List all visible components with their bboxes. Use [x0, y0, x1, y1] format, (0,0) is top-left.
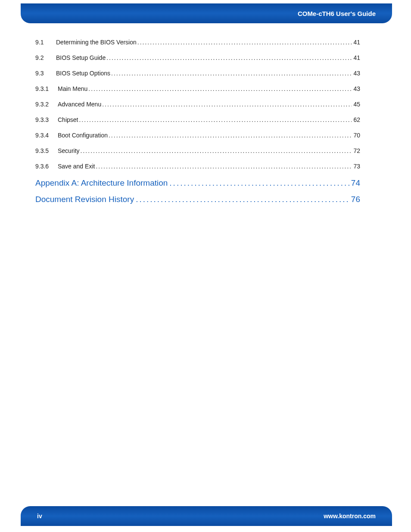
toc-entry-title: BIOS Setup Guide: [56, 54, 106, 61]
toc-entry: 9.3.5 Security 72: [35, 147, 360, 154]
page-number: iv: [37, 513, 42, 520]
toc-entry-title: Save and Exit: [58, 163, 95, 170]
toc-major-page: 76: [349, 195, 360, 204]
page-footer: iv www.kontron.com: [21, 506, 392, 526]
toc-leader: [137, 39, 352, 46]
toc-entry: 9.3 BIOS Setup Options 43: [35, 70, 360, 77]
toc-major-title: Appendix A: Architecture Information: [35, 178, 168, 188]
toc-leader: [108, 132, 352, 139]
toc-entry: 9.2 BIOS Setup Guide 41: [35, 54, 360, 61]
toc-entry-number: 9.3.4: [35, 132, 58, 139]
toc-entry: 9.1 Determining the BIOS Version 41: [35, 39, 360, 46]
toc-entry-number: 9.2: [35, 54, 56, 61]
toc-major-entry: Document Revision History 76: [35, 195, 360, 204]
toc-entry-title: Advanced Menu: [58, 101, 101, 108]
toc-entry: 9.3.3 Chipset 62: [35, 116, 360, 123]
toc-entry-title: Main Menu: [58, 85, 87, 92]
toc-entry-number: 9.3.2: [35, 101, 58, 108]
toc-entry: 9.3.6 Save and Exit 73: [35, 163, 360, 170]
toc-leader: [168, 178, 349, 188]
toc-leader: [87, 85, 352, 92]
toc-entry-title: Determining the BIOS Version: [56, 39, 137, 46]
header-title: COMe-cTH6 User's Guide: [298, 10, 376, 17]
toc-major-title: Document Revision History: [35, 195, 134, 204]
toc-entry-page: 62: [352, 116, 360, 123]
toc-entry-title: Boot Configuration: [58, 132, 108, 139]
toc-leader: [78, 116, 352, 123]
toc-entry-page: 70: [352, 132, 360, 139]
page-header: COMe-cTH6 User's Guide: [21, 3, 392, 23]
toc-major-entry: Appendix A: Architecture Information 74: [35, 178, 360, 188]
toc-entry-number: 9.3.5: [35, 147, 58, 154]
toc-entry-page: 72: [352, 147, 360, 154]
toc-entry-page: 41: [352, 39, 360, 46]
toc-entry-title: BIOS Setup Options: [56, 70, 110, 77]
toc-leader: [106, 54, 352, 61]
toc-entry-page: 43: [352, 85, 360, 92]
toc-entry-page: 43: [352, 70, 360, 77]
toc-entry: 9.3.1 Main Menu 43: [35, 85, 360, 92]
toc-leader: [134, 195, 349, 204]
toc-entry-page: 45: [352, 101, 360, 108]
toc-entry-number: 9.3.1: [35, 85, 58, 92]
toc-entry-number: 9.3.6: [35, 163, 58, 170]
toc-leader: [110, 70, 352, 77]
footer-url: www.kontron.com: [324, 513, 376, 520]
toc-entry: 9.3.2 Advanced Menu 45: [35, 101, 360, 108]
toc-entry-title: Security: [58, 147, 80, 154]
toc-entry-page: 41: [352, 54, 360, 61]
toc-entry: 9.3.4 Boot Configuration 70: [35, 132, 360, 139]
toc-entry-number: 9.1: [35, 39, 56, 46]
toc-major-page: 74: [349, 178, 360, 188]
toc-entry-number: 9.3: [35, 70, 56, 77]
toc-entry-number: 9.3.3: [35, 116, 58, 123]
toc-leader: [101, 101, 352, 108]
toc-entry-page: 73: [352, 163, 360, 170]
toc-content: 9.1 Determining the BIOS Version 41 9.2 …: [35, 39, 360, 211]
toc-leader: [95, 163, 352, 170]
toc-leader: [80, 147, 352, 154]
toc-entry-title: Chipset: [58, 116, 78, 123]
